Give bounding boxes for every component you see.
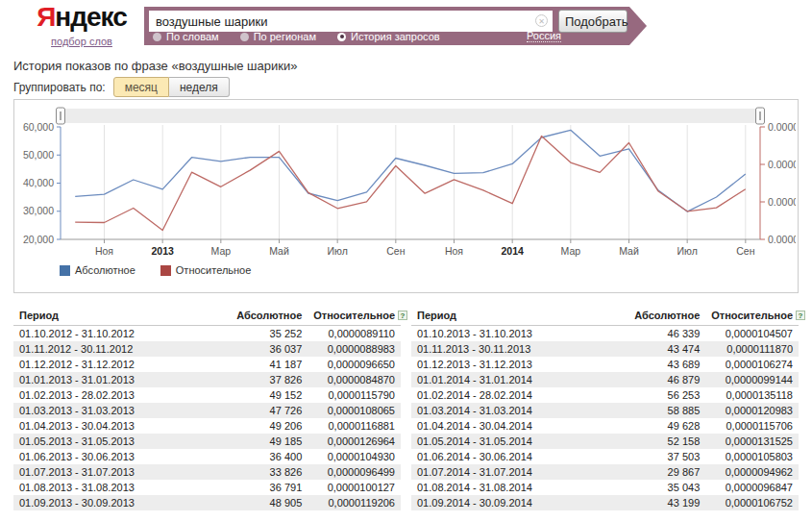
cell-period: 01.08.2013 - 31.08.2013: [13, 480, 219, 495]
table-row: 01.12.2012 - 31.12.201241 1870,000009665…: [13, 357, 401, 372]
cell-period: 01.02.2013 - 28.02.2013: [13, 387, 219, 403]
cell-relative: 0,0000115790: [308, 387, 401, 403]
cell-absolute: 36 037: [219, 341, 308, 357]
radio-icon[interactable]: [153, 33, 161, 41]
range-slider-handle-left[interactable]: [57, 108, 65, 124]
x-axis-label: Май: [269, 245, 289, 257]
help-icon[interactable]: ?: [796, 311, 805, 320]
x-axis-label: Мар: [561, 245, 581, 257]
header-row: ПериодАбсолютноеОтносительное?: [411, 306, 799, 326]
cell-relative: 0,0000111870: [705, 341, 799, 357]
legend-label: Относительное: [176, 264, 252, 276]
cell-absolute: 35 043: [617, 480, 706, 495]
group-button-месяц[interactable]: месяц: [113, 77, 169, 97]
table-row: 01.12.2013 - 31.12.201343 6890,000010627…: [411, 357, 799, 372]
cell-relative: 0,0000106274: [705, 357, 799, 372]
cell-period: 01.12.2013 - 31.12.2013: [411, 357, 617, 372]
cell-absolute: 43 474: [617, 341, 706, 357]
table-row: 01.03.2013 - 31.03.201347 7260,000010806…: [13, 403, 401, 418]
cell-absolute: 37 826: [219, 372, 308, 387]
table-row: 01.10.2013 - 31.10.201346 3390,000010450…: [411, 326, 799, 342]
mode-option-3[interactable]: История запросов: [337, 31, 440, 42]
x-axis-label: 2014: [501, 245, 524, 257]
radio-icon[interactable]: [240, 33, 249, 41]
search-input-wrap: ✕: [149, 11, 553, 32]
header-row: ПериодАбсолютноеОтносительное?: [13, 306, 401, 326]
cell-absolute: 43 689: [617, 357, 706, 372]
x-axis-label: Сен: [386, 245, 405, 257]
cell-absolute: 49 185: [219, 434, 308, 449]
table-row: 01.05.2014 - 31.05.201452 1580,000013152…: [411, 434, 799, 449]
table-row: 01.08.2013 - 31.08.201336 7910,000010012…: [13, 480, 401, 495]
right-axis-label: 0.000012: [768, 159, 796, 170]
group-button-неделя[interactable]: неделя: [169, 77, 230, 97]
cell-absolute: 58 885: [617, 403, 706, 418]
cell-period: 01.04.2013 - 30.04.2013: [13, 418, 219, 434]
history-tables: ПериодАбсолютноеОтносительное?01.10.2012…: [13, 306, 799, 510]
table-row: 01.11.2013 - 30.11.201343 4740,000011187…: [411, 341, 799, 357]
help-icon[interactable]: ?: [398, 311, 407, 320]
table-row: 01.03.2014 - 31.03.201458 8850,000012098…: [411, 403, 799, 418]
column-header-absolute: Абсолютное: [219, 306, 308, 326]
history-chart: 60,00050,00040,00030,00020,0000.0000140.…: [14, 100, 796, 290]
table-row: 01.09.2014 - 30.09.201443 1990,000010675…: [411, 495, 799, 510]
range-slider-track[interactable]: [61, 109, 760, 123]
cell-relative: 0,0000104507: [705, 326, 799, 342]
x-axis-label: Сен: [736, 245, 754, 257]
cell-period: 01.11.2012 - 30.11.2012: [13, 341, 219, 357]
group-buttons: месяцнеделя: [113, 77, 230, 97]
table-row: 01.07.2014 - 31.07.201429 8670,000009496…: [411, 464, 799, 480]
cell-absolute: 49 152: [219, 387, 308, 403]
cell-absolute: 36 400: [219, 449, 308, 464]
cell-relative: 0,0000096650: [308, 357, 401, 372]
cell-absolute: 52 158: [617, 434, 706, 449]
cell-absolute: 47 726: [219, 403, 308, 418]
column-header-relative: Относительное?: [308, 306, 401, 326]
radio-selected-icon[interactable]: [337, 33, 346, 41]
cell-absolute: 46 339: [617, 326, 706, 342]
submit-button[interactable]: Подобрать: [558, 10, 627, 33]
cell-absolute: 56 253: [617, 387, 706, 403]
mode-label: История запросов: [351, 31, 440, 42]
cell-period: 01.09.2013 - 30.09.2013: [13, 495, 219, 510]
yandex-logo-text: Яндекс: [29, 3, 135, 32]
legend-swatch-icon: [160, 265, 171, 276]
region-link[interactable]: Россия: [527, 30, 561, 42]
table-head: ПериодАбсолютноеОтносительное?: [13, 306, 401, 326]
table-row: 01.04.2013 - 30.04.201349 2060,000011688…: [13, 418, 401, 434]
yandex-logo[interactable]: Яндекс подбор слов: [29, 3, 135, 49]
cell-relative: 0,0000104930: [308, 449, 401, 464]
cell-period: 01.05.2014 - 31.05.2014: [411, 434, 617, 449]
cell-relative: 0,0000135118: [705, 387, 799, 403]
cell-period: 01.06.2013 - 30.06.2013: [13, 449, 219, 464]
cell-relative: 0,0000116881: [308, 418, 401, 434]
series-line-Относительное: [75, 137, 746, 231]
right-axis-label: 0.000014: [768, 121, 796, 133]
mode-option-1[interactable]: По словам: [153, 31, 219, 42]
table-row: 01.06.2013 - 30.06.201336 4000,000010493…: [13, 449, 401, 464]
legend-item-Относительное[interactable]: Относительное: [160, 264, 252, 276]
logo-rest: ндекс: [55, 2, 126, 32]
search-input[interactable]: [149, 11, 536, 32]
clear-icon[interactable]: ✕: [535, 14, 548, 27]
table-row: 01.01.2014 - 31.01.201446 8790,000009914…: [411, 372, 799, 387]
left-axis-label: 40,000: [23, 177, 54, 188]
page-title: История показов по фразе «воздушные шари…: [13, 59, 297, 73]
wordstat-link[interactable]: подбор слов: [51, 36, 112, 47]
cell-relative: 0,0000094962: [705, 464, 799, 480]
legend-item-Абсолютное[interactable]: Абсолютное: [60, 264, 135, 276]
table-row: 01.11.2012 - 30.11.201236 0370,000008898…: [13, 341, 401, 357]
left-axis-label: 60,000: [23, 121, 54, 133]
table-body: 01.10.2012 - 31.10.201235 2520,000008911…: [13, 326, 401, 511]
cell-relative: 0,0000119206: [308, 495, 401, 510]
cell-relative: 0,0000115706: [705, 418, 799, 434]
cell-relative: 0,0000084870: [308, 372, 401, 387]
cell-relative: 0,0000108065: [308, 403, 401, 418]
cell-period: 01.11.2013 - 30.11.2013: [411, 341, 617, 357]
cell-absolute: 43 199: [617, 495, 706, 510]
cell-absolute: 49 206: [219, 418, 308, 434]
range-slider-handle-right[interactable]: [756, 108, 765, 124]
cell-relative: 0,0000088983: [308, 341, 401, 357]
history-table-right: ПериодАбсолютноеОтносительное?01.10.2013…: [411, 306, 799, 510]
mode-option-2[interactable]: По регионам: [240, 31, 316, 42]
